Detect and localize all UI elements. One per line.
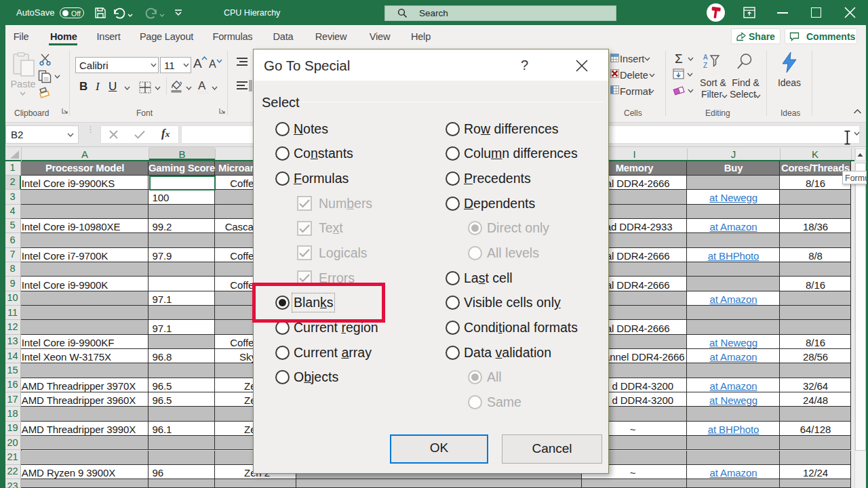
svg-text:Z: Z [703, 62, 707, 69]
svg-text:A: A [703, 54, 708, 61]
